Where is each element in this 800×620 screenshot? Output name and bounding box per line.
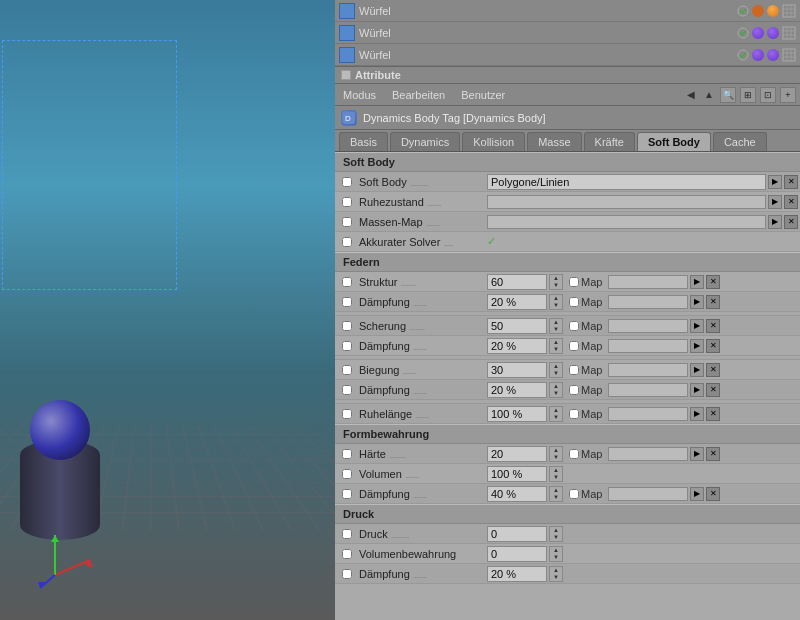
content-area[interactable]: Soft Body Soft Body ............ Polygon…: [335, 152, 800, 620]
ruhelange-map-check[interactable]: [569, 409, 579, 419]
struktur-map-clear[interactable]: ✕: [706, 275, 720, 289]
biegung-map-field[interactable]: [608, 363, 688, 377]
druck-checkbox[interactable]: [339, 526, 355, 542]
dampfung3-spinner[interactable]: ▲ ▼: [549, 382, 563, 398]
dampfung4-map-check[interactable]: [569, 489, 579, 499]
softbody-checkbox[interactable]: [339, 174, 355, 190]
tab-kraefte[interactable]: Kräfte: [584, 132, 635, 151]
viewport[interactable]: [0, 0, 335, 620]
dampfung4-spinner[interactable]: ▲ ▼: [549, 486, 563, 502]
dampfung2-map-clear[interactable]: ✕: [706, 339, 720, 353]
struktur-checkbox[interactable]: [339, 274, 355, 290]
nav-forward-icon[interactable]: ▲: [702, 88, 716, 102]
dampfung5-input[interactable]: [487, 566, 547, 582]
softbody-arrow[interactable]: ▶: [768, 175, 782, 189]
dampfung1-map-field[interactable]: [608, 295, 688, 309]
scherung-check-input[interactable]: [342, 321, 352, 331]
tab-basis[interactable]: Basis: [339, 132, 388, 151]
ruhezustand-arrow[interactable]: ▶: [768, 195, 782, 209]
massenmap-arrow[interactable]: ▶: [768, 215, 782, 229]
dampfung1-map-clear[interactable]: ✕: [706, 295, 720, 309]
akkurater-checkbox[interactable]: [339, 234, 355, 250]
scherung-map-arrow[interactable]: ▶: [690, 319, 704, 333]
akkurater-check-input[interactable]: [342, 237, 352, 247]
search-button[interactable]: 🔍: [720, 87, 736, 103]
dampfung5-spinner[interactable]: ▲ ▼: [549, 566, 563, 582]
biegung-check-input[interactable]: [342, 365, 352, 375]
dampfung1-spinner[interactable]: ▲ ▼: [549, 294, 563, 310]
harte-map-check[interactable]: [569, 449, 579, 459]
ruhelange-checkbox[interactable]: [339, 406, 355, 422]
scherung-map-field[interactable]: [608, 319, 688, 333]
dampfung4-check-input[interactable]: [342, 489, 352, 499]
dampfung3-map-check[interactable]: [569, 385, 579, 395]
harte-map-field[interactable]: [608, 447, 688, 461]
harte-check-input[interactable]: [342, 449, 352, 459]
massenmap-clear[interactable]: ✕: [784, 215, 798, 229]
volumenbewahrung-checkbox[interactable]: [339, 546, 355, 562]
scherung-map-check[interactable]: [569, 321, 579, 331]
softbody-value[interactable]: Polygone/Linien ▶ ✕: [485, 174, 800, 190]
dampfung1-map-check[interactable]: [569, 297, 579, 307]
biegung-map-arrow[interactable]: ▶: [690, 363, 704, 377]
biegung-input[interactable]: [487, 362, 547, 378]
dampfung2-map-field[interactable]: [608, 339, 688, 353]
harte-checkbox[interactable]: [339, 446, 355, 462]
nav-back-icon[interactable]: ◀: [684, 88, 698, 102]
ruhezustand-checkbox[interactable]: [339, 194, 355, 210]
object-row[interactable]: Würfel: [335, 0, 800, 22]
harte-spinner[interactable]: ▲ ▼: [549, 446, 563, 462]
modus-button[interactable]: Modus: [339, 88, 380, 102]
tab-softbody[interactable]: Soft Body: [637, 132, 711, 151]
ruhelange-map-field[interactable]: [608, 407, 688, 421]
scherung-map-clear[interactable]: ✕: [706, 319, 720, 333]
dampfung4-map-clear[interactable]: ✕: [706, 487, 720, 501]
dampfung2-checkbox[interactable]: [339, 338, 355, 354]
dampfung1-map-arrow[interactable]: ▶: [690, 295, 704, 309]
struktur-check-input[interactable]: [342, 277, 352, 287]
scherung-checkbox[interactable]: [339, 318, 355, 334]
scherung-input[interactable]: [487, 318, 547, 334]
ruhelange-spinner[interactable]: ▲ ▼: [549, 406, 563, 422]
ruhelange-check-input[interactable]: [342, 409, 352, 419]
dampfung2-input[interactable]: [487, 338, 547, 354]
tab-dynamics[interactable]: Dynamics: [390, 132, 460, 151]
tab-masse[interactable]: Masse: [527, 132, 581, 151]
scherung-spinner[interactable]: ▲ ▼: [549, 318, 563, 334]
dampfung1-input[interactable]: [487, 294, 547, 310]
dampfung5-check-input[interactable]: [342, 569, 352, 579]
ruhelange-map-arrow[interactable]: ▶: [690, 407, 704, 421]
harte-map-clear[interactable]: ✕: [706, 447, 720, 461]
druck-spinner[interactable]: ▲ ▼: [549, 526, 563, 542]
settings-button[interactable]: ⊡: [760, 87, 776, 103]
tab-kollision[interactable]: Kollision: [462, 132, 525, 151]
massenmap-check-input[interactable]: [342, 217, 352, 227]
dampfung2-map-check[interactable]: [569, 341, 579, 351]
dampfung3-map-arrow[interactable]: ▶: [690, 383, 704, 397]
dampfung3-map-clear[interactable]: ✕: [706, 383, 720, 397]
dampfung3-check-input[interactable]: [342, 385, 352, 395]
softbody-check-input[interactable]: [342, 177, 352, 187]
add-button[interactable]: +: [780, 87, 796, 103]
struktur-spinner[interactable]: ▲ ▼: [549, 274, 563, 290]
biegung-map-clear[interactable]: ✕: [706, 363, 720, 377]
biegung-map-check[interactable]: [569, 365, 579, 375]
ruhezustand-field[interactable]: [487, 195, 766, 209]
struktur-map-arrow[interactable]: ▶: [690, 275, 704, 289]
biegung-checkbox[interactable]: [339, 362, 355, 378]
dampfung3-input[interactable]: [487, 382, 547, 398]
harte-map-arrow[interactable]: ▶: [690, 447, 704, 461]
biegung-spinner[interactable]: ▲ ▼: [549, 362, 563, 378]
druck-input[interactable]: [487, 526, 547, 542]
massenmap-checkbox[interactable]: [339, 214, 355, 230]
dampfung2-map-arrow[interactable]: ▶: [690, 339, 704, 353]
dampfung4-map-arrow[interactable]: ▶: [690, 487, 704, 501]
bearbeiten-button[interactable]: Bearbeiten: [388, 88, 449, 102]
dampfung1-checkbox[interactable]: [339, 294, 355, 310]
ruhelange-map-clear[interactable]: ✕: [706, 407, 720, 421]
dampfung4-checkbox[interactable]: [339, 486, 355, 502]
benutzer-button[interactable]: Benutzer: [457, 88, 509, 102]
object-row[interactable]: Würfel: [335, 22, 800, 44]
ruhezustand-clear[interactable]: ✕: [784, 195, 798, 209]
ruhelange-input[interactable]: [487, 406, 547, 422]
